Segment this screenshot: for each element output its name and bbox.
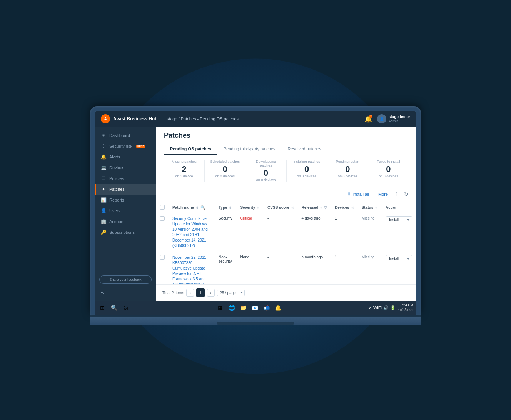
wifi-icon[interactable]: WiFi	[373, 305, 382, 310]
users-icon: 👤	[101, 208, 106, 213]
alerts-icon: 🔔	[101, 154, 106, 160]
user-role: Admin	[389, 119, 410, 124]
select-all-checkbox[interactable]	[160, 205, 165, 210]
row-select-checkbox[interactable]	[160, 255, 165, 260]
sidebar-item-label: Alerts	[109, 155, 120, 159]
sort-icon: ⇅	[196, 206, 199, 210]
released-cell: a month ago	[298, 252, 331, 285]
stat-installing-patches: Installing patches 0 on 0 devices	[287, 160, 327, 182]
volume-icon[interactable]: 🔊	[383, 305, 389, 310]
tab-pending-os[interactable]: Pending OS patches	[164, 143, 217, 155]
sidebar-item-devices[interactable]: 💻 Devices	[95, 162, 156, 173]
taskbar-app-mail2[interactable]: 📬	[262, 303, 271, 312]
windows-taskbar: ⊞ 🔍 🗂 ▦ 🌐 📁 📧 📬 🔔 ∧	[95, 301, 416, 315]
filter-icon[interactable]: ▽	[324, 205, 327, 210]
notification-button[interactable]: 🔔 7	[364, 115, 372, 123]
severity-header[interactable]: Severity ⇅	[236, 202, 264, 213]
cvss-score-cell: -	[264, 252, 297, 285]
battery-icon[interactable]: 🔋	[390, 305, 396, 310]
start-button[interactable]: ⊞	[98, 303, 107, 312]
per-page-select[interactable]: 25 / page 50 / page 100 / page	[217, 290, 245, 296]
sidebar-item-account[interactable]: 🏢 Account	[95, 216, 156, 227]
sidebar-item-subscriptions[interactable]: 🔑 Subscriptions	[95, 227, 156, 238]
type-value: Non-security	[219, 255, 232, 263]
user-menu[interactable]: 👤 stage tester Admin	[377, 114, 410, 124]
sidebar-item-label: Account	[109, 219, 125, 224]
security-icon: 🛡	[101, 143, 106, 149]
stat-label: Missing patches	[169, 160, 200, 163]
action-cell[interactable]: Install	[382, 252, 416, 285]
sidebar-item-dashboard[interactable]: ⊞ Dashboard	[95, 130, 156, 141]
sort-icon: ⇅	[257, 206, 260, 210]
sort-icon: ⇅	[291, 206, 294, 210]
sidebar-item-patches[interactable]: ✦ Patches	[95, 184, 156, 195]
stat-value: 0	[373, 165, 404, 173]
collapse-sidebar-button[interactable]: «	[95, 287, 156, 298]
more-button[interactable]: More	[375, 190, 391, 198]
table-wrapper: ⬇ Install all More 𝕀 ↻	[156, 187, 416, 301]
sidebar-item-reports[interactable]: 📊 Reports	[95, 195, 156, 205]
row-checkbox-cell[interactable]	[156, 213, 169, 252]
patch-name-link[interactable]: Security Cumulative Update for Windows 1…	[172, 217, 208, 248]
tab-pending-third-party[interactable]: Pending third-party patches	[217, 143, 282, 155]
sidebar-item-security-risk[interactable]: 🛡 Security risk BETA	[95, 141, 156, 152]
table-scroll-area[interactable]: Patch name ⇅ 🔍 Type ⇅	[156, 202, 416, 284]
sidebar-item-label: Users	[109, 208, 120, 213]
row-checkbox-cell[interactable]	[156, 252, 169, 285]
taskbar-app-folder[interactable]: 📁	[239, 303, 248, 312]
file-explorer-button[interactable]: 🗂	[121, 303, 130, 312]
stat-value: 0	[250, 169, 281, 177]
search-icon[interactable]: 🔍	[200, 205, 205, 210]
install-all-label: Install all	[352, 192, 369, 197]
action-select[interactable]: Install	[386, 255, 412, 262]
download-icon: ⬇	[347, 192, 351, 197]
stat-sub: on 0 devices	[250, 178, 281, 182]
tab-resolved[interactable]: Resolved patches	[282, 143, 327, 155]
sidebar-item-users[interactable]: 👤 Users	[95, 205, 156, 216]
devices-value: 1	[335, 255, 337, 259]
logo-area: A Avast Business Hub	[101, 114, 158, 123]
current-page[interactable]: 1	[196, 288, 205, 297]
severity-value: Critical	[240, 216, 252, 220]
table-header-row: Patch name ⇅ 🔍 Type ⇅	[156, 202, 416, 213]
stat-sub: on 0 devices	[332, 174, 363, 178]
patch-name-link[interactable]: November 22, 2021-KB5007289 Cumulative U…	[172, 255, 209, 284]
type-cell: Security	[215, 213, 236, 252]
taskbar-app-edge[interactable]: 🌐	[227, 303, 237, 312]
prev-page-button[interactable]: ‹	[186, 289, 194, 297]
system-tray-icons: ∧ WiFi 🔊 🔋	[369, 305, 396, 310]
search-taskbar-button[interactable]: 🔍	[109, 303, 119, 312]
patch-name-header[interactable]: Patch name ⇅ 🔍	[169, 202, 215, 213]
row-select-checkbox[interactable]	[160, 216, 165, 221]
select-all-header[interactable]	[156, 202, 169, 213]
next-page-button[interactable]: ›	[207, 289, 215, 297]
stat-value: 0	[291, 165, 322, 173]
taskbar-app-avast[interactable]: 🔔	[274, 303, 283, 312]
sidebar-item-alerts[interactable]: 🔔 Alerts	[95, 152, 156, 162]
released-header[interactable]: Released ⇅ ▽	[298, 202, 331, 213]
refresh-button[interactable]: ↻	[402, 190, 410, 198]
sort-icon: ⇅	[229, 206, 232, 210]
taskbar-app-widgets[interactable]: ▦	[216, 303, 225, 312]
dashboard-icon: ⊞	[101, 133, 106, 138]
type-header[interactable]: Type ⇅	[215, 202, 236, 213]
breadcrumb-prefix: stage /	[167, 117, 181, 121]
released-cell: 4 days ago	[298, 213, 331, 252]
cvss-value: -	[267, 255, 269, 259]
cvss-score-header[interactable]: CVSS score ⇅	[264, 202, 297, 213]
stat-missing-patches: Missing patches 2 on 1 device	[164, 160, 205, 182]
action-select[interactable]: Install	[386, 216, 412, 223]
sidebar-item-policies[interactable]: ☰ Policies	[95, 173, 156, 184]
status-value: Missing	[362, 216, 375, 220]
devices-header[interactable]: Devices ⇅	[331, 202, 358, 213]
sidebar-item-label: Patches	[109, 187, 125, 192]
chevron-up-icon[interactable]: ∧	[369, 305, 372, 310]
install-all-button[interactable]: ⬇ Install all	[344, 190, 372, 198]
status-header[interactable]: Status ⇅	[358, 202, 382, 213]
feedback-button[interactable]: Share your feedback	[99, 275, 152, 284]
action-cell[interactable]: Install	[382, 213, 416, 252]
column-settings-button[interactable]: 𝕀	[394, 190, 399, 198]
taskbar-app-mail[interactable]: 📧	[250, 303, 260, 312]
laptop-frame: A Avast Business Hub stage / Patches - P…	[90, 106, 421, 325]
tab-bar: Pending OS patches Pending third-party p…	[164, 143, 409, 155]
